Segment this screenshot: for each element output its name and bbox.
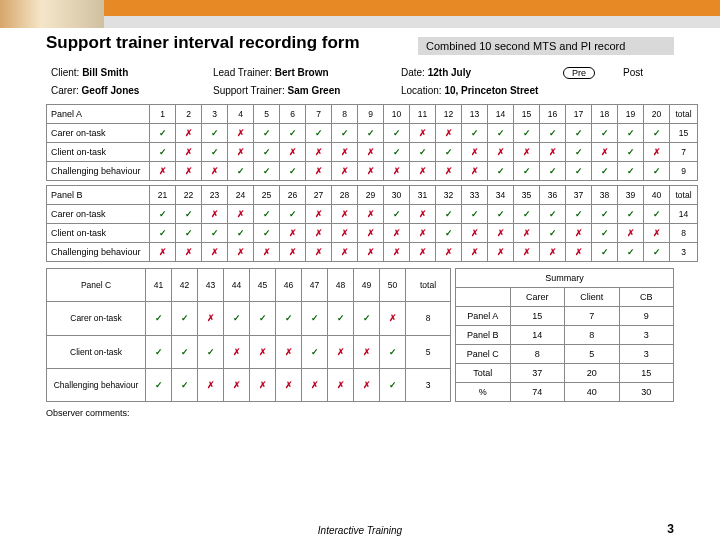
- support-label: Support Trainer:: [213, 85, 285, 96]
- mark-cell: ✗: [410, 205, 436, 224]
- mark-cell: ✗: [198, 368, 224, 401]
- mark-cell: ✗: [358, 205, 384, 224]
- mark-cell: ✓: [618, 162, 644, 181]
- date-value: 12th July: [428, 67, 471, 78]
- mark-cell: ✓: [566, 162, 592, 181]
- location-label: Location:: [401, 85, 442, 96]
- mark-cell: ✗: [436, 162, 462, 181]
- mark-cell: ✗: [228, 205, 254, 224]
- mark-cell: ✓: [254, 162, 280, 181]
- mark-cell: ✗: [306, 224, 332, 243]
- mark-cell: ✓: [358, 124, 384, 143]
- mark-cell: ✗: [176, 243, 202, 262]
- summary-title: Summary: [456, 269, 674, 288]
- mark-cell: ✗: [228, 243, 254, 262]
- mark-cell: ✗: [488, 224, 514, 243]
- mark-cell: ✗: [224, 335, 250, 368]
- carer-value: Geoff Jones: [82, 85, 140, 96]
- mark-cell: ✓: [276, 302, 302, 335]
- mark-cell: ✓: [172, 368, 198, 401]
- mark-cell: ✗: [380, 302, 406, 335]
- mark-cell: ✓: [254, 143, 280, 162]
- mark-cell: ✗: [592, 143, 618, 162]
- mark-cell: ✗: [302, 368, 328, 401]
- mark-cell: ✓: [150, 143, 176, 162]
- panel-a-table: Panel A 1234567891011121314151617181920 …: [46, 104, 698, 181]
- mark-cell: ✓: [618, 243, 644, 262]
- mark-cell: ✗: [328, 335, 354, 368]
- mark-cell: ✓: [328, 302, 354, 335]
- meta-block: Client: Bill Smith Lead Trainer: Bert Br…: [46, 63, 674, 100]
- mark-cell: ✓: [302, 335, 328, 368]
- mark-cell: ✗: [566, 243, 592, 262]
- mark-cell: ✗: [644, 143, 670, 162]
- mark-cell: ✓: [146, 335, 172, 368]
- mark-cell: ✓: [488, 205, 514, 224]
- mark-cell: ✗: [354, 368, 380, 401]
- support-value: Sam Green: [288, 85, 341, 96]
- footer-text: Interactive Training: [0, 525, 720, 536]
- mark-cell: ✓: [514, 162, 540, 181]
- mark-cell: ✗: [332, 243, 358, 262]
- mark-cell: ✓: [644, 124, 670, 143]
- mark-cell: ✗: [488, 243, 514, 262]
- mark-cell: ✗: [306, 162, 332, 181]
- mark-cell: ✓: [462, 124, 488, 143]
- lead-label: Lead Trainer:: [213, 67, 272, 78]
- header-orange-bar: [104, 0, 720, 16]
- pre-pill: Pre: [563, 67, 595, 79]
- mark-cell: ✗: [280, 224, 306, 243]
- mark-cell: ✓: [644, 243, 670, 262]
- mark-cell: ✗: [358, 143, 384, 162]
- mark-cell: ✗: [488, 143, 514, 162]
- mark-cell: ✗: [150, 243, 176, 262]
- mark-cell: ✓: [146, 368, 172, 401]
- mark-cell: ✗: [540, 143, 566, 162]
- mark-cell: ✗: [250, 335, 276, 368]
- mark-cell: ✓: [566, 143, 592, 162]
- mark-cell: ✗: [176, 162, 202, 181]
- mark-cell: ✓: [514, 124, 540, 143]
- title-row: Support trainer interval recording form …: [46, 34, 674, 59]
- panel-c-table: Panel C 41424344454647484950 total Carer…: [46, 268, 451, 402]
- mark-cell: ✓: [280, 124, 306, 143]
- mark-cell: ✗: [384, 243, 410, 262]
- combined-label: Combined 10 second MTS and PI record: [418, 37, 674, 55]
- mark-cell: ✗: [384, 162, 410, 181]
- mark-cell: ✗: [306, 205, 332, 224]
- mark-cell: ✗: [384, 224, 410, 243]
- panel-b-table: Panel B 21222324252627282930313233343536…: [46, 185, 698, 262]
- header-photo: [0, 0, 104, 28]
- top-band: [0, 0, 720, 28]
- client-value: Bill Smith: [82, 67, 128, 78]
- mark-cell: ✓: [354, 302, 380, 335]
- mark-cell: ✗: [224, 368, 250, 401]
- mark-cell: ✓: [540, 162, 566, 181]
- mark-cell: ✗: [644, 224, 670, 243]
- mark-cell: ✗: [332, 224, 358, 243]
- mark-cell: ✓: [172, 335, 198, 368]
- mark-cell: ✓: [306, 124, 332, 143]
- mark-cell: ✓: [224, 302, 250, 335]
- mark-cell: ✗: [436, 124, 462, 143]
- mark-cell: ✓: [146, 302, 172, 335]
- mark-cell: ✓: [618, 205, 644, 224]
- mark-cell: ✓: [566, 124, 592, 143]
- mark-cell: ✓: [380, 368, 406, 401]
- date-label: Date:: [401, 67, 425, 78]
- post-label: Post: [623, 67, 643, 78]
- mark-cell: ✓: [514, 205, 540, 224]
- mark-cell: ✓: [302, 302, 328, 335]
- mark-cell: ✗: [618, 224, 644, 243]
- mark-cell: ✗: [276, 335, 302, 368]
- mark-cell: ✓: [540, 224, 566, 243]
- mark-cell: ✗: [328, 368, 354, 401]
- mark-cell: ✗: [462, 224, 488, 243]
- mark-cell: ✓: [592, 162, 618, 181]
- mark-cell: ✓: [410, 143, 436, 162]
- mark-cell: ✓: [436, 143, 462, 162]
- mark-cell: ✗: [410, 162, 436, 181]
- mark-cell: ✗: [254, 243, 280, 262]
- location-value: 10, Princeton Street: [444, 85, 538, 96]
- mark-cell: ✗: [332, 162, 358, 181]
